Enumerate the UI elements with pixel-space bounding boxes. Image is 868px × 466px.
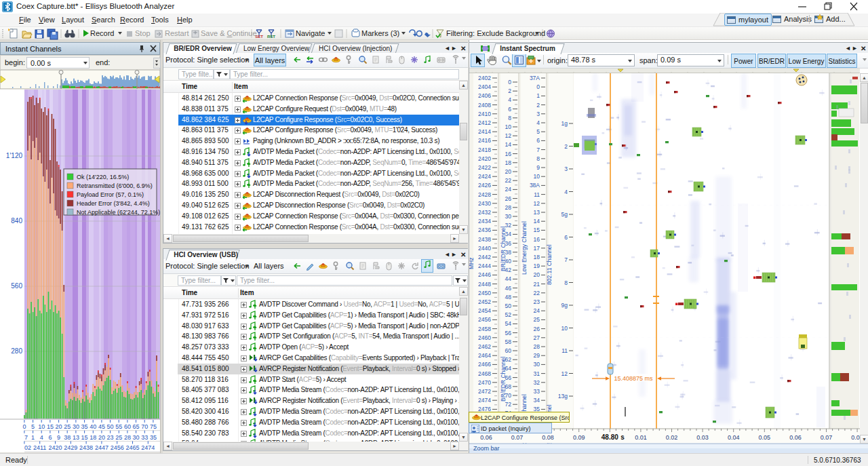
svg-text:38: 38: [64, 434, 71, 441]
svg-text:18: 18: [534, 254, 540, 260]
svg-text:18: 18: [505, 159, 512, 166]
svg-text:20: 20: [534, 271, 540, 278]
svg-text:16: 16: [534, 236, 540, 243]
svg-text:60: 60: [505, 347, 512, 354]
svg-text:2446: 2446: [478, 271, 491, 278]
svg-text:4: 4: [40, 434, 43, 441]
svg-text:2418: 2418: [478, 147, 491, 153]
svg-text:70: 70: [141, 423, 148, 430]
svg-text:2452: 2452: [478, 298, 491, 305]
svg-text:5g: 5g: [561, 211, 568, 218]
svg-text:56: 56: [505, 330, 512, 336]
svg-text:25: 25: [64, 423, 71, 430]
svg-text:2472: 2472: [478, 388, 491, 395]
svg-text:2412: 2412: [478, 119, 491, 126]
svg-text:2434: 2434: [478, 218, 491, 225]
svg-text:Payload Error (57, 0.1%): Payload Error (57, 0.1%): [77, 191, 144, 198]
svg-text:4: 4: [564, 189, 568, 195]
svg-text:1g: 1g: [561, 120, 568, 127]
svg-text:40: 40: [90, 423, 96, 430]
svg-text:2448: 2448: [478, 281, 491, 288]
svg-text:8: 8: [536, 155, 540, 162]
svg-text:2466: 2466: [478, 361, 491, 368]
svg-text:MHz: MHz: [469, 258, 475, 269]
svg-text:22: 22: [505, 177, 512, 184]
svg-text:0.07: 0.07: [821, 434, 833, 441]
svg-text:s: s: [620, 433, 625, 441]
svg-text:16: 16: [505, 151, 512, 157]
svg-text:9: 9: [57, 434, 60, 441]
svg-text:Low Energy Channel: Low Energy Channel: [521, 221, 528, 275]
svg-text:7: 7: [536, 147, 540, 153]
svg-text:10: 10: [38, 423, 45, 430]
svg-text:0.05: 0.05: [759, 434, 771, 441]
svg-text:0: 0: [508, 79, 511, 85]
svg-text:25: 25: [115, 434, 122, 441]
svg-text:2429: 2429: [64, 444, 77, 451]
svg-text:24: 24: [534, 307, 540, 314]
svg-text:Retransmitted (6'000, 6.9%): Retransmitted (6'000, 6.9%): [77, 182, 153, 189]
svg-text:21: 21: [534, 281, 540, 288]
svg-text:BR/EDR Channel: BR/EDR Channel: [500, 227, 507, 271]
svg-text:7: 7: [24, 434, 28, 441]
svg-text:18: 18: [90, 434, 96, 441]
svg-text:2464: 2464: [478, 352, 491, 359]
svg-text:2470: 2470: [478, 379, 491, 386]
svg-text:13g: 13g: [558, 393, 568, 400]
svg-text:2: 2: [508, 88, 511, 94]
svg-text:25: 25: [534, 316, 540, 323]
svg-text:0.07: 0.07: [511, 434, 524, 441]
svg-text:26: 26: [505, 195, 512, 202]
svg-text:20: 20: [56, 423, 62, 430]
svg-text:48.80: 48.80: [601, 433, 618, 441]
svg-text:50: 50: [106, 423, 113, 430]
svg-text:02: 02: [24, 444, 31, 451]
svg-text:2465: 2465: [125, 444, 139, 451]
svg-text:2404: 2404: [478, 83, 491, 90]
svg-text:0: 0: [536, 83, 540, 90]
svg-text:1: 1: [31, 434, 35, 441]
svg-text:31: 31: [534, 370, 540, 377]
svg-text:9g: 9g: [561, 302, 568, 309]
svg-text:37A: 37A: [530, 75, 540, 81]
svg-text:2438: 2438: [79, 444, 93, 451]
svg-text:2460: 2460: [478, 334, 491, 341]
svg-text:RST: RST: [267, 35, 275, 39]
svg-text:2402: 2402: [478, 75, 491, 81]
svg-text:2410: 2410: [478, 111, 491, 117]
svg-text:33: 33: [534, 388, 540, 395]
svg-text:2430: 2430: [478, 200, 491, 207]
svg-text:0.06: 0.06: [789, 434, 802, 441]
svg-text:4: 4: [536, 119, 540, 126]
svg-text:15.408875 ms: 15.408875 ms: [614, 375, 653, 382]
svg-text:15: 15: [534, 227, 540, 233]
svg-text:26: 26: [534, 326, 540, 332]
svg-text:30: 30: [505, 213, 512, 220]
svg-text:50: 50: [505, 303, 512, 309]
svg-text:2438: 2438: [478, 236, 491, 243]
svg-text:2420: 2420: [478, 155, 491, 162]
svg-text:2456: 2456: [478, 316, 491, 323]
svg-text:2447: 2447: [95, 444, 108, 451]
svg-text:60: 60: [124, 423, 131, 430]
svg-text:0.04: 0.04: [728, 434, 740, 441]
svg-text:5: 5: [31, 423, 35, 430]
svg-text:4: 4: [508, 96, 511, 103]
svg-text:12: 12: [534, 200, 540, 207]
svg-text:34: 34: [534, 397, 540, 404]
svg-text:11: 11: [534, 191, 540, 198]
svg-text:15: 15: [81, 434, 88, 441]
svg-text:6: 6: [564, 234, 568, 241]
svg-text:6: 6: [48, 434, 52, 441]
svg-text:20: 20: [98, 434, 105, 441]
svg-text:2458: 2458: [478, 326, 491, 332]
svg-text:20: 20: [505, 168, 512, 175]
svg-text:30: 30: [133, 434, 140, 441]
svg-text:3: 3: [536, 111, 540, 117]
svg-text:19: 19: [534, 263, 540, 269]
svg-text:2432: 2432: [478, 209, 491, 216]
svg-text:13: 13: [73, 434, 79, 441]
svg-text:0.01: 0.01: [635, 434, 647, 441]
svg-text:15: 15: [47, 423, 54, 430]
svg-text:2: 2: [536, 102, 540, 109]
